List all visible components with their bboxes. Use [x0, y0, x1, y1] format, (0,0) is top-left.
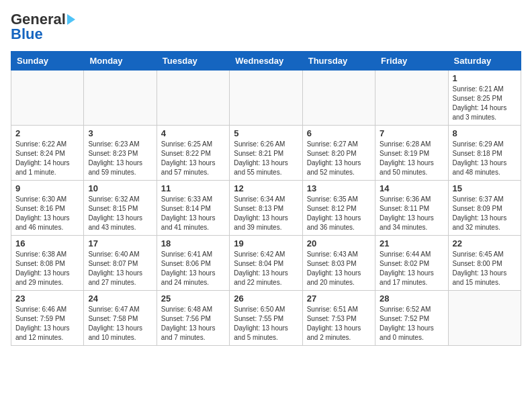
calendar-week-row: 2Sunrise: 6:22 AM Sunset: 8:24 PM Daylig… [11, 126, 521, 181]
calendar-cell: 23Sunrise: 6:46 AM Sunset: 7:59 PM Dayli… [11, 291, 84, 346]
calendar-cell: 27Sunrise: 6:51 AM Sunset: 7:53 PM Dayli… [302, 291, 375, 346]
day-number: 28 [380, 293, 443, 304]
calendar-cell: 5Sunrise: 6:26 AM Sunset: 8:21 PM Daylig… [230, 126, 302, 181]
calendar-cell: 8Sunrise: 6:29 AM Sunset: 8:18 PM Daylig… [448, 126, 521, 181]
calendar-cell: 6Sunrise: 6:27 AM Sunset: 8:20 PM Daylig… [302, 126, 375, 181]
day-info: Sunrise: 6:28 AM Sunset: 8:19 PM Dayligh… [380, 140, 443, 177]
day-number: 19 [234, 238, 298, 248]
calendar-cell [448, 291, 521, 346]
day-info: Sunrise: 6:45 AM Sunset: 8:00 PM Dayligh… [453, 250, 517, 287]
logo: General Blue [11, 11, 75, 43]
day-info: Sunrise: 6:33 AM Sunset: 8:14 PM Dayligh… [161, 195, 225, 232]
calendar-cell: 2Sunrise: 6:22 AM Sunset: 8:24 PM Daylig… [11, 126, 84, 181]
day-number: 5 [234, 128, 298, 138]
day-info: Sunrise: 6:25 AM Sunset: 8:22 PM Dayligh… [161, 140, 225, 177]
calendar-cell: 14Sunrise: 6:36 AM Sunset: 8:11 PM Dayli… [375, 181, 448, 236]
day-info: Sunrise: 6:41 AM Sunset: 8:06 PM Dayligh… [161, 250, 225, 287]
day-info: Sunrise: 6:34 AM Sunset: 8:13 PM Dayligh… [234, 195, 298, 232]
day-info: Sunrise: 6:50 AM Sunset: 7:55 PM Dayligh… [234, 305, 298, 342]
day-number: 21 [380, 238, 443, 248]
calendar-cell: 16Sunrise: 6:38 AM Sunset: 8:08 PM Dayli… [11, 236, 84, 291]
day-number: 23 [15, 293, 79, 304]
day-number: 27 [307, 293, 371, 304]
day-info: Sunrise: 6:42 AM Sunset: 8:04 PM Dayligh… [234, 250, 298, 287]
calendar-cell: 28Sunrise: 6:52 AM Sunset: 7:52 PM Dayli… [375, 291, 448, 346]
calendar-cell: 19Sunrise: 6:42 AM Sunset: 8:04 PM Dayli… [230, 236, 302, 291]
calendar-week-row: 23Sunrise: 6:46 AM Sunset: 7:59 PM Dayli… [11, 291, 521, 346]
calendar-cell: 4Sunrise: 6:25 AM Sunset: 8:22 PM Daylig… [157, 126, 229, 181]
weekday-header-wednesday: Wednesday [230, 52, 302, 71]
logo-blue-text: Blue [11, 26, 43, 43]
day-info: Sunrise: 6:47 AM Sunset: 7:58 PM Dayligh… [88, 305, 152, 342]
calendar-week-row: 9Sunrise: 6:30 AM Sunset: 8:16 PM Daylig… [11, 181, 521, 236]
day-number: 22 [453, 238, 517, 248]
calendar-cell: 24Sunrise: 6:47 AM Sunset: 7:58 PM Dayli… [84, 291, 157, 346]
day-number: 16 [15, 238, 79, 248]
calendar-week-row: 1Sunrise: 6:21 AM Sunset: 8:25 PM Daylig… [11, 71, 521, 126]
calendar-cell [375, 71, 448, 126]
day-number: 2 [15, 128, 79, 138]
calendar-cell: 21Sunrise: 6:44 AM Sunset: 8:02 PM Dayli… [375, 236, 448, 291]
calendar-table: SundayMondayTuesdayWednesdayThursdayFrid… [11, 51, 521, 346]
calendar-cell [157, 71, 229, 126]
day-info: Sunrise: 6:40 AM Sunset: 8:07 PM Dayligh… [88, 250, 152, 287]
calendar-cell [230, 71, 302, 126]
page-header: General Blue [11, 11, 521, 43]
day-info: Sunrise: 6:35 AM Sunset: 8:12 PM Dayligh… [307, 195, 371, 232]
day-number: 10 [88, 183, 152, 193]
day-info: Sunrise: 6:21 AM Sunset: 8:25 PM Dayligh… [453, 85, 517, 122]
calendar-cell: 25Sunrise: 6:48 AM Sunset: 7:56 PM Dayli… [157, 291, 229, 346]
day-info: Sunrise: 6:38 AM Sunset: 8:08 PM Dayligh… [15, 250, 79, 287]
calendar-cell [302, 71, 375, 126]
day-info: Sunrise: 6:44 AM Sunset: 8:02 PM Dayligh… [380, 250, 443, 287]
calendar-cell: 15Sunrise: 6:37 AM Sunset: 8:09 PM Dayli… [448, 181, 521, 236]
day-info: Sunrise: 6:37 AM Sunset: 8:09 PM Dayligh… [453, 195, 517, 232]
day-number: 12 [234, 183, 298, 193]
day-number: 18 [161, 238, 225, 248]
day-number: 4 [161, 128, 225, 138]
day-info: Sunrise: 6:32 AM Sunset: 8:15 PM Dayligh… [88, 195, 152, 232]
day-number: 9 [15, 183, 79, 193]
day-info: Sunrise: 6:36 AM Sunset: 8:11 PM Dayligh… [380, 195, 443, 232]
day-number: 15 [453, 183, 517, 193]
calendar-week-row: 16Sunrise: 6:38 AM Sunset: 8:08 PM Dayli… [11, 236, 521, 291]
weekday-header-friday: Friday [375, 52, 448, 71]
calendar-cell: 22Sunrise: 6:45 AM Sunset: 8:00 PM Dayli… [448, 236, 521, 291]
calendar-cell: 3Sunrise: 6:23 AM Sunset: 8:23 PM Daylig… [84, 126, 157, 181]
weekday-header-thursday: Thursday [302, 52, 375, 71]
calendar-cell [84, 71, 157, 126]
day-number: 24 [88, 293, 152, 304]
day-info: Sunrise: 6:23 AM Sunset: 8:23 PM Dayligh… [88, 140, 152, 177]
calendar-cell: 18Sunrise: 6:41 AM Sunset: 8:06 PM Dayli… [157, 236, 229, 291]
day-number: 6 [307, 128, 371, 138]
day-info: Sunrise: 6:26 AM Sunset: 8:21 PM Dayligh… [234, 140, 298, 177]
calendar-cell [11, 71, 84, 126]
day-info: Sunrise: 6:48 AM Sunset: 7:56 PM Dayligh… [161, 305, 225, 342]
day-info: Sunrise: 6:52 AM Sunset: 7:52 PM Dayligh… [380, 305, 443, 342]
day-number: 8 [453, 128, 517, 138]
day-info: Sunrise: 6:27 AM Sunset: 8:20 PM Dayligh… [307, 140, 371, 177]
calendar-cell: 9Sunrise: 6:30 AM Sunset: 8:16 PM Daylig… [11, 181, 84, 236]
calendar-cell: 12Sunrise: 6:34 AM Sunset: 8:13 PM Dayli… [230, 181, 302, 236]
calendar-cell: 11Sunrise: 6:33 AM Sunset: 8:14 PM Dayli… [157, 181, 229, 236]
day-number: 1 [453, 73, 517, 83]
day-info: Sunrise: 6:51 AM Sunset: 7:53 PM Dayligh… [307, 305, 371, 342]
day-number: 3 [88, 128, 152, 138]
day-number: 13 [307, 183, 371, 193]
calendar-cell: 13Sunrise: 6:35 AM Sunset: 8:12 PM Dayli… [302, 181, 375, 236]
calendar-cell: 10Sunrise: 6:32 AM Sunset: 8:15 PM Dayli… [84, 181, 157, 236]
day-info: Sunrise: 6:29 AM Sunset: 8:18 PM Dayligh… [453, 140, 517, 177]
calendar-cell: 20Sunrise: 6:43 AM Sunset: 8:03 PM Dayli… [302, 236, 375, 291]
day-number: 17 [88, 238, 152, 248]
day-number: 25 [161, 293, 225, 304]
day-info: Sunrise: 6:46 AM Sunset: 7:59 PM Dayligh… [15, 305, 79, 342]
day-info: Sunrise: 6:43 AM Sunset: 8:03 PM Dayligh… [307, 250, 371, 287]
day-number: 26 [234, 293, 298, 304]
day-info: Sunrise: 6:30 AM Sunset: 8:16 PM Dayligh… [15, 195, 79, 232]
calendar-cell: 17Sunrise: 6:40 AM Sunset: 8:07 PM Dayli… [84, 236, 157, 291]
day-number: 11 [161, 183, 225, 193]
day-number: 14 [380, 183, 443, 193]
weekday-header-saturday: Saturday [448, 52, 521, 71]
day-number: 20 [307, 238, 371, 248]
calendar-cell: 1Sunrise: 6:21 AM Sunset: 8:25 PM Daylig… [448, 71, 521, 126]
